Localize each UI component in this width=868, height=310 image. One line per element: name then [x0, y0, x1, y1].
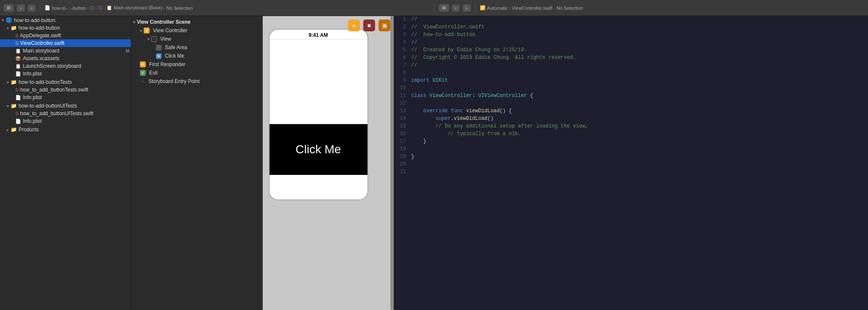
disclosure-products[interactable]: ▸: [7, 127, 9, 132]
nav-testsfile[interactable]: S how_to_add_buttonTests.swift: [0, 86, 131, 94]
testsfile-label: how_to_add_buttonTests.swift: [20, 87, 88, 93]
vc-icon: V: [144, 28, 150, 33]
breadcrumb-selection[interactable]: No Selection: [167, 6, 193, 11]
nav-viewcontroller[interactable]: S ViewController.swift: [0, 39, 131, 47]
project-label: how-to-...-button: [52, 6, 86, 11]
canvas-toolbar: ● ■ ▣: [348, 19, 390, 31]
click-me-button[interactable]: Click Me: [269, 124, 368, 175]
line-content: super.viewDidLoad(): [411, 115, 868, 122]
back-btn[interactable]: ‹: [17, 4, 25, 12]
top-toolbar: ⊞ ‹ › 📄 how-to-...-button › ⬡ › ⬡ › 📋 Ma…: [0, 0, 868, 16]
code-line: 21: [394, 169, 868, 176]
breadcrumb-vcswift[interactable]: ViewController.swift: [512, 6, 552, 11]
scene-firstresponder[interactable]: R First Responder: [131, 60, 262, 69]
main-area: ▾ 🔵 how-to-add-button ▾ 📁 how-to-add-but…: [0, 16, 868, 310]
scene-entrypoint[interactable]: → Storyboard Entry Point: [131, 77, 262, 86]
breadcrumb-folder[interactable]: ⬡: [90, 5, 94, 11]
disc-vcs[interactable]: ▾: [133, 20, 135, 25]
disclosure-uitests[interactable]: ▾: [7, 104, 9, 108]
disclosure-tests[interactable]: ▾: [7, 80, 9, 85]
safe-icon: ⊡: [156, 45, 161, 50]
canvas-icon-red[interactable]: ■: [363, 19, 375, 31]
assets-icon: 📦: [15, 56, 21, 61]
line-content: // Created by Eddie Chung on 2/25/19.: [411, 47, 868, 53]
scene-vc-scene[interactable]: ▾ View Controller Scene: [131, 18, 262, 26]
canvas-icon-orange[interactable]: ▣: [378, 19, 390, 31]
scene-tree: ▾ View Controller Scene ▾ V View Control…: [131, 16, 263, 310]
grid-btn-right[interactable]: ⊞: [439, 4, 449, 12]
forward-btn-right[interactable]: ›: [462, 4, 471, 12]
breadcrumb-project[interactable]: 📄 how-to-...-button: [45, 5, 86, 11]
code-line: 19}: [394, 153, 868, 161]
nav-group-tests[interactable]: ▾ 📁 how-to-add-buttonTests: [0, 78, 131, 86]
line-number: 8: [394, 69, 411, 76]
line-content: // Copyright © 2019 Eddie Chung. All rig…: [411, 54, 868, 61]
breadcrumb-file-icon[interactable]: ⬡: [98, 5, 103, 11]
line-content: //: [411, 62, 868, 68]
line-number: 13: [394, 108, 411, 114]
line-number: 10: [394, 85, 411, 91]
back-btn-right[interactable]: ‹: [452, 4, 460, 12]
nav-appdelegate[interactable]: S AppDelegate.swift: [0, 32, 131, 39]
storyboard-icon-launch: 📋: [15, 64, 21, 69]
nav-group-uitests[interactable]: ▾ 📁 how-to-add-buttonUITests: [0, 102, 131, 110]
nav-launchscreen[interactable]: 📋 LaunchScreen.storyboard: [0, 62, 131, 70]
folder-products-icon: 📁: [11, 127, 17, 133]
clickme-label: Click Me: [165, 53, 184, 59]
code-line: 16 // typically from a nib.: [394, 130, 868, 138]
line-number: 3: [394, 31, 411, 38]
nav-mainstoryboard[interactable]: 📋 Main.storyboard M: [0, 47, 131, 55]
nav-root[interactable]: ▾ 🔵 how-to-add-button: [0, 16, 131, 24]
line-number: 9: [394, 77, 411, 83]
nav-infoplist-2[interactable]: 📄 Info.plist: [0, 94, 131, 101]
scene-vc[interactable]: ▾ V View Controller: [131, 26, 262, 35]
left-breadcrumb: 📄 how-to-...-button › ⬡ › ⬡ › 📋 Main.sto…: [45, 5, 429, 11]
forward-btn[interactable]: ›: [28, 4, 36, 12]
project-icon: 📄: [45, 5, 50, 11]
nav-group-products[interactable]: ▸ 📁 Products: [0, 126, 131, 133]
code-line: 14 super.viewDidLoad(): [394, 115, 868, 123]
line-number: 12: [394, 100, 411, 106]
grid-btn[interactable]: ⊞: [3, 4, 14, 12]
canvas-scrollbar[interactable]: [390, 16, 394, 310]
assets-label: Assets.xcassets: [23, 55, 59, 61]
scene-clickme[interactable]: B Click Me: [131, 52, 262, 60]
plist-icon-2: 📄: [15, 95, 21, 100]
scene-safearea[interactable]: ⊡ Safe Area: [131, 43, 262, 52]
phone-mockup: 9:41 AM Click Me: [269, 29, 368, 200]
disc-view[interactable]: ▾: [147, 37, 150, 42]
nav-infoplist-3[interactable]: 📄 Info.plist: [0, 117, 131, 125]
canvas-icon-yellow[interactable]: ●: [348, 19, 360, 31]
breadcrumb-storyboard[interactable]: 📋 Main.storyboard (Base): [106, 5, 162, 11]
sep-1: [40, 3, 40, 13]
sep-f: ›: [554, 6, 555, 11]
swift-icon-uitests: S: [15, 111, 18, 116]
nav-assets[interactable]: 📦 Assets.xcassets: [0, 55, 131, 62]
disclosure-main[interactable]: ▾: [7, 26, 9, 30]
badge-m: M: [126, 49, 129, 53]
sep-a: ›: [87, 6, 89, 11]
line-number: 20: [394, 161, 411, 167]
line-content: }: [411, 138, 868, 144]
nav-group-main[interactable]: ▾ 📁 how-to-add-button: [0, 24, 131, 32]
code-lines-container: 1//2// ViewController.swift3// how-to-ad…: [394, 16, 868, 176]
line-content: [411, 85, 868, 85]
line-number: 17: [394, 138, 411, 144]
code-line: 4//: [394, 39, 868, 47]
disc-vc[interactable]: ▾: [140, 28, 142, 33]
line-number: 21: [394, 169, 411, 175]
breadcrumb-automatic[interactable]: 🔁 Automatic: [480, 5, 508, 11]
line-number: 19: [394, 153, 411, 160]
line-number: 2: [394, 24, 411, 30]
breadcrumb-no-sel[interactable]: No Selection: [556, 6, 583, 11]
code-line: 8: [394, 69, 868, 77]
line-content: // Do any additional setup after loading…: [411, 123, 868, 129]
code-editor: 1//2// ViewController.swift3// how-to-ad…: [394, 16, 868, 310]
disclosure-root[interactable]: ▾: [2, 18, 4, 22]
code-line: 12: [394, 100, 868, 108]
scene-exit[interactable]: E Exit: [131, 69, 262, 77]
nav-infoplist-1[interactable]: 📄 Info.plist: [0, 70, 131, 78]
scene-view[interactable]: ▾ □ View: [131, 35, 262, 43]
auto-icon: 🔁: [480, 5, 486, 11]
nav-uitestsfile[interactable]: S how_to_add_buttonUITests.swift: [0, 110, 131, 117]
